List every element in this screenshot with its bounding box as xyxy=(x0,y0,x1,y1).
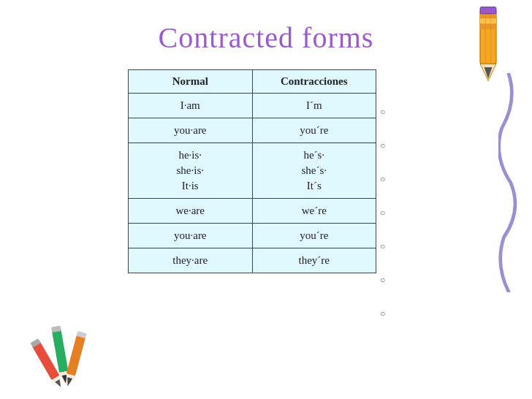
contracted-forms-table: Normal Contracciones I·am I´m you·are yo… xyxy=(128,69,391,273)
squiggle-right-icon xyxy=(498,73,519,292)
pencil-top-right-icon xyxy=(466,4,510,84)
cell-contra: we´re xyxy=(252,199,376,224)
cell-contra: they´re xyxy=(252,248,376,273)
tick: ○ xyxy=(380,229,385,263)
cell-contra: I´m xyxy=(252,94,376,118)
tick: ○ xyxy=(380,297,385,330)
cell-contra: he´s·she´s·It´s xyxy=(252,143,376,199)
tick: ○ xyxy=(380,95,385,129)
tick: ○ xyxy=(380,129,385,162)
svg-rect-2 xyxy=(480,18,496,23)
svg-rect-17 xyxy=(66,334,86,376)
tick: ○ xyxy=(380,196,385,229)
header-normal: Normal xyxy=(129,70,253,94)
svg-rect-13 xyxy=(52,329,69,373)
cell-normal: he·is·she·is·It·is xyxy=(129,143,253,199)
table-row: you·are you´re xyxy=(129,224,376,248)
tick-marks: ○ ○ ○ ○ ○ ○ ○ xyxy=(380,95,385,330)
table-row: he·is·she·is·It·is he´s·she´s·It´s xyxy=(129,143,376,199)
cell-normal: we·are xyxy=(129,199,253,224)
cell-normal: they·are xyxy=(129,248,253,273)
table-row: you·are you´re xyxy=(129,118,376,143)
table-row: I·am I´m xyxy=(129,94,376,118)
cell-normal: I·am xyxy=(129,94,253,118)
pencils-bottom-left-icon xyxy=(22,326,102,392)
page-title: Contracted forms xyxy=(0,0,532,55)
cell-contra: you´re xyxy=(252,118,376,143)
header-contracciones: Contracciones xyxy=(252,70,376,94)
cell-contra: you´re xyxy=(252,224,376,248)
tick: ○ xyxy=(380,162,385,196)
tick: ○ xyxy=(380,263,385,297)
svg-rect-6 xyxy=(480,7,496,14)
table-row: they·are they´re xyxy=(129,248,376,273)
cell-normal: you·are xyxy=(129,224,253,248)
cell-normal: you·are xyxy=(129,118,253,143)
svg-rect-3 xyxy=(480,24,496,29)
table-row: we·are we´re xyxy=(129,199,376,224)
